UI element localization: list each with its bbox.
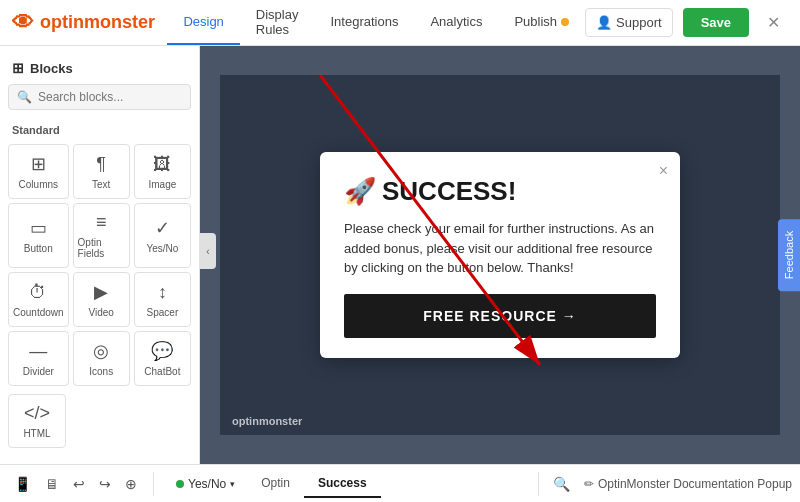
- section-label-standard: Standard: [8, 120, 191, 144]
- search-input[interactable]: [38, 90, 182, 104]
- logo-icon: 👁: [12, 10, 34, 36]
- bottom-tab-success[interactable]: Success: [304, 470, 381, 498]
- tab-display-rules[interactable]: Display Rules: [240, 0, 315, 45]
- support-button[interactable]: 👤 Support: [585, 8, 673, 37]
- bottom-right: 🔍 ✏ OptinMonster Documentation Popup: [538, 472, 792, 496]
- button-icon: ▭: [30, 217, 47, 239]
- redo-button[interactable]: ↪: [93, 472, 117, 496]
- tab-publish[interactable]: Publish: [498, 0, 585, 45]
- icons-icon: ◎: [93, 340, 109, 362]
- undo-button[interactable]: ↩: [67, 472, 91, 496]
- canvas-inner: × 🚀 SUCCESS! Please check your email for…: [220, 75, 780, 435]
- bottom-center: Yes/No ▾ Optin Success: [154, 470, 538, 498]
- image-icon: 🖼: [153, 154, 171, 175]
- mobile-view-button[interactable]: 📱: [8, 472, 37, 496]
- block-video[interactable]: ▶ Video: [73, 272, 130, 327]
- block-text[interactable]: ¶ Text: [73, 144, 130, 199]
- block-divider[interactable]: — Divider: [8, 331, 69, 386]
- blocks-icon: ⊞: [12, 60, 24, 76]
- html-icon: </>: [24, 403, 50, 424]
- yes-no-chevron-icon: ▾: [230, 479, 235, 489]
- chatbot-icon: 💬: [151, 340, 173, 362]
- add-button[interactable]: ⊕: [119, 472, 143, 496]
- yes-no-icon: ✓: [155, 217, 170, 239]
- nav-right: 👤 Support Save ✕: [585, 8, 788, 37]
- chevron-left-icon: ‹: [206, 246, 209, 257]
- popup-body: Please check your email for further inst…: [344, 219, 656, 278]
- columns-icon: ⊞: [31, 153, 46, 175]
- tab-design[interactable]: Design: [167, 0, 239, 45]
- publish-indicator: [561, 18, 569, 26]
- save-button[interactable]: Save: [683, 8, 749, 37]
- bottom-tab-optin[interactable]: Optin: [247, 470, 304, 498]
- canvas-watermark: optinmonster: [232, 415, 302, 427]
- yes-no-status-dot: [176, 480, 184, 488]
- block-countdown[interactable]: ⏱ Countdown: [8, 272, 69, 327]
- bottom-bar: 📱 🖥 ↩ ↪ ⊕ Yes/No ▾ Optin Success 🔍 ✏ Opt…: [0, 464, 800, 502]
- popup-card: × 🚀 SUCCESS! Please check your email for…: [320, 152, 680, 358]
- block-columns[interactable]: ⊞ Columns: [8, 144, 69, 199]
- block-icons[interactable]: ◎ Icons: [73, 331, 130, 386]
- search-box[interactable]: 🔍: [8, 84, 191, 110]
- search-icon: 🔍: [17, 90, 32, 104]
- rocket-emoji: 🚀: [344, 176, 376, 207]
- sidebar-header: ⊞ Blocks: [8, 56, 191, 84]
- block-spacer[interactable]: ↕ Spacer: [134, 272, 191, 327]
- top-navigation: 👁 optinmonster Design Display Rules Inte…: [0, 0, 800, 46]
- block-html[interactable]: </> HTML: [8, 394, 66, 448]
- main-layout: ⊞ Blocks 🔍 Standard ⊞ Columns ¶ Text 🖼 I…: [0, 46, 800, 464]
- popup-title: 🚀 SUCCESS!: [344, 176, 656, 207]
- feedback-tab[interactable]: Feedback: [778, 219, 800, 291]
- optin-fields-icon: ≡: [96, 212, 107, 233]
- canvas-area: Feedback × 🚀 SUCCESS! Please: [200, 46, 800, 464]
- logo-text: optinmonster: [40, 12, 155, 33]
- popup-close-button[interactable]: ×: [659, 162, 668, 180]
- tab-analytics[interactable]: Analytics: [414, 0, 498, 45]
- support-icon: 👤: [596, 15, 612, 30]
- blocks-grid: ⊞ Columns ¶ Text 🖼 Image ▭ Button ≡ Opti…: [8, 144, 191, 386]
- popup-name-label: ✏ OptinMonster Documentation Popup: [584, 477, 792, 491]
- free-resource-button[interactable]: FREE RESOURCE →: [344, 294, 656, 338]
- block-button[interactable]: ▭ Button: [8, 203, 69, 268]
- nav-tabs: Design Display Rules Integrations Analyt…: [167, 0, 585, 45]
- bottom-icons: 📱 🖥 ↩ ↪ ⊕: [8, 472, 154, 496]
- block-chatbot[interactable]: 💬 ChatBot: [134, 331, 191, 386]
- block-yes-no[interactable]: ✓ Yes/No: [134, 203, 191, 268]
- close-button[interactable]: ✕: [759, 9, 788, 36]
- sidebar: ⊞ Blocks 🔍 Standard ⊞ Columns ¶ Text 🖼 I…: [0, 46, 200, 464]
- block-optin-fields[interactable]: ≡ Optin Fields: [73, 203, 130, 268]
- sidebar-collapse-handle[interactable]: ‹: [200, 233, 216, 269]
- logo: 👁 optinmonster: [12, 10, 167, 36]
- video-icon: ▶: [94, 281, 108, 303]
- countdown-icon: ⏱: [29, 282, 47, 303]
- divider-icon: —: [29, 341, 47, 362]
- pencil-icon: ✏: [584, 477, 594, 491]
- tab-integrations[interactable]: Integrations: [314, 0, 414, 45]
- block-image[interactable]: 🖼 Image: [134, 144, 191, 199]
- spacer-icon: ↕: [158, 282, 167, 303]
- desktop-view-button[interactable]: 🖥: [39, 472, 65, 496]
- yes-no-tab-button[interactable]: Yes/No ▾: [164, 471, 247, 497]
- search-button-bottom[interactable]: 🔍: [547, 472, 576, 496]
- text-icon: ¶: [96, 154, 106, 175]
